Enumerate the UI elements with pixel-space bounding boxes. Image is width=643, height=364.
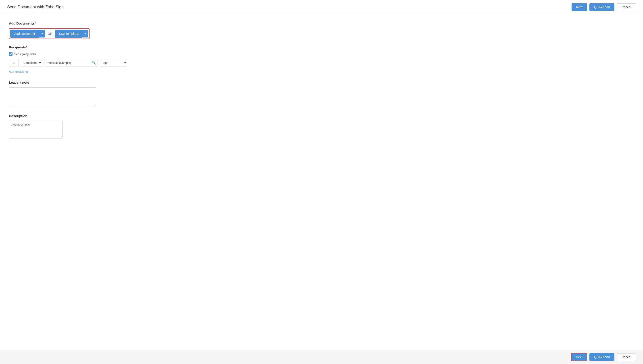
header-cancel-button[interactable]: Cancel [617, 3, 636, 11]
add-document-dropdown-arrow[interactable]: ▾ [39, 30, 45, 38]
add-documents-section: Add Documents* Add Document ▾ OR Use Tem… [9, 22, 634, 39]
note-textarea[interactable] [9, 88, 96, 107]
add-recipients-link[interactable]: Add Recipients [9, 70, 28, 74]
footer: Next Quick send Cancel [0, 350, 643, 364]
description-textarea[interactable] [9, 121, 63, 139]
use-template-dropdown-arrow[interactable]: ▾ [82, 30, 88, 38]
use-template-split: Use Template ▾ [55, 30, 88, 38]
document-buttons-container: Add Document ▾ OR Use Template ▾ [9, 28, 90, 39]
footer-cancel-button[interactable]: Cancel [617, 353, 636, 361]
signing-order-row: Set signing order [9, 52, 634, 56]
search-icon: 🔍 [92, 61, 96, 65]
header-next-button[interactable]: Next [571, 3, 587, 11]
recipient-search-container: 🔍 [44, 59, 98, 66]
recipient-type-select[interactable]: Candidate Contact User [21, 59, 42, 66]
footer-next-button[interactable]: Next [571, 353, 587, 361]
chevron-down-icon-2: ▾ [85, 32, 86, 35]
page-title: Send Document with Zoho Sign [7, 5, 64, 9]
recipient-search-input[interactable] [44, 59, 98, 66]
action-select[interactable]: Sign View Approve [100, 59, 127, 66]
order-number-input[interactable] [9, 59, 19, 66]
note-title: Leave a note [9, 80, 634, 84]
signing-order-checkbox[interactable] [9, 52, 13, 56]
recipients-title: Recipients* [9, 45, 634, 49]
header: Send Document with Zoho Sign Next Quick … [0, 0, 643, 14]
description-title: Description [9, 114, 634, 118]
or-separator: OR [45, 32, 55, 36]
note-section: Leave a note [9, 80, 634, 108]
search-icon-button[interactable]: 🔍 [92, 61, 96, 65]
header-quick-send-button[interactable]: Quick send [589, 3, 614, 11]
required-star-2: * [26, 45, 27, 49]
add-document-button[interactable]: Add Document [10, 30, 39, 38]
main-content: Add Documents* Add Document ▾ OR Use Tem… [0, 14, 643, 350]
recipients-section: Recipients* Set signing order Candidate … [9, 45, 634, 74]
footer-quick-send-button[interactable]: Quick send [589, 353, 614, 361]
chevron-down-icon: ▾ [42, 32, 43, 35]
add-documents-title: Add Documents* [9, 22, 634, 25]
header-actions: Next Quick send Cancel [571, 3, 636, 11]
recipient-row: Candidate Contact User 🔍 Sign View Appro… [9, 59, 634, 66]
description-section: Description [9, 114, 634, 140]
add-document-split: Add Document ▾ [10, 30, 45, 38]
required-star: * [35, 22, 36, 25]
use-template-button[interactable]: Use Template [55, 30, 82, 38]
signing-order-label: Set signing order [14, 52, 36, 56]
